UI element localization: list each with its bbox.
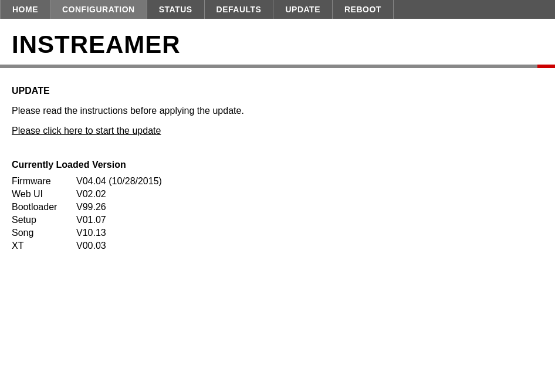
version-label: Firmware (12, 175, 76, 188)
version-title: Currently Loaded Version (12, 160, 543, 170)
version-label: Bootloader (12, 201, 76, 214)
version-row: SongV10.13 (12, 227, 162, 239)
page-title: INSTREAMER (12, 31, 543, 59)
version-row: FirmwareV04.04 (10/28/2015) (12, 175, 162, 188)
version-row: BootloaderV99.26 (12, 201, 162, 214)
version-value: V10.13 (76, 227, 162, 239)
version-value: V04.04 (10/28/2015) (76, 175, 162, 188)
version-label: XT (12, 239, 76, 252)
instruction-text: Please read the instructions before appl… (12, 106, 543, 116)
version-label: Web UI (12, 188, 76, 201)
version-table: FirmwareV04.04 (10/28/2015)Web UIV02.02B… (12, 175, 162, 252)
section-title: UPDATE (12, 86, 543, 96)
main-content: UPDATE Please read the instructions befo… (0, 80, 555, 264)
version-section: Currently Loaded Version FirmwareV04.04 … (12, 160, 543, 252)
version-value: V02.02 (76, 188, 162, 201)
main-nav: HOME CONFIGURATION STATUS DEFAULTS UPDAT… (0, 0, 555, 19)
page-header: INSTREAMER (0, 19, 555, 65)
version-label: Song (12, 227, 76, 239)
start-update-link[interactable]: Please click here to start the update (12, 126, 161, 136)
nav-defaults[interactable]: DEFAULTS (205, 0, 274, 19)
nav-home[interactable]: HOME (0, 0, 50, 19)
nav-update[interactable]: UPDATE (273, 0, 333, 19)
version-row: Web UIV02.02 (12, 188, 162, 201)
version-value: V00.03 (76, 239, 162, 252)
header-divider (0, 65, 555, 68)
nav-status[interactable]: STATUS (147, 0, 205, 19)
version-label: Setup (12, 214, 76, 227)
version-row: SetupV01.07 (12, 214, 162, 227)
nav-reboot[interactable]: REBOOT (333, 0, 394, 19)
version-value: V99.26 (76, 201, 162, 214)
nav-configuration[interactable]: CONFIGURATION (50, 0, 147, 19)
version-value: V01.07 (76, 214, 162, 227)
version-row: XTV00.03 (12, 239, 162, 252)
